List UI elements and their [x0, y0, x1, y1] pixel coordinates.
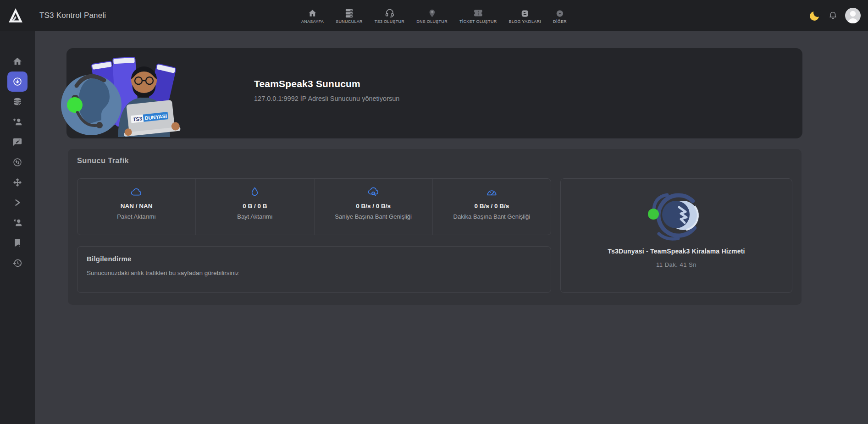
sidebar-item-home[interactable]	[0, 51, 35, 72]
brand-divider	[25, 7, 25, 24]
cloud-search-icon	[367, 186, 380, 198]
swap-vertical-circle-icon	[12, 157, 22, 167]
stat-value: 0 B/s / 0 B/s	[356, 203, 391, 209]
provider-card: Ts3Dunyasi - TeamSpeak3 Kiralama Hizmeti…	[560, 178, 792, 293]
arrow-down-circle-icon	[12, 77, 22, 87]
main-content: TS3 DUNYASI	[35, 31, 868, 424]
top-actions	[809, 0, 861, 31]
notifications-button[interactable]	[828, 11, 838, 21]
nav-item-blog-yazilari[interactable]: BLOG YAZILARI	[509, 8, 542, 24]
headset-icon	[385, 8, 394, 18]
bell-icon	[828, 11, 838, 21]
provider-uptime: 11 Dak. 41 Sn	[656, 261, 697, 268]
account-plus-icon	[12, 117, 22, 127]
stat-label: Paket Aktarımı	[117, 213, 156, 220]
traffic-stats-card: NAN / NAN Paket Aktarımı 0 B / 0 B Bayt …	[77, 178, 551, 235]
stat-value: NAN / NAN	[121, 203, 153, 209]
nav-item-dns-olustur[interactable]: DNS OLUŞTUR	[416, 8, 448, 24]
sidebar-item-chevron[interactable]	[0, 193, 35, 213]
triangle-logo-icon	[8, 8, 23, 23]
blogger-icon	[520, 8, 529, 18]
laptop-label-ts3: TS3	[133, 116, 142, 122]
stat-label: Bayt Aktarımı	[237, 213, 272, 220]
chevron-down-circle-icon	[556, 8, 564, 18]
server-subtitle: 127.0.0.1:9992 İP Adresli Sunucunu yönet…	[254, 95, 399, 102]
nav-item-ts3-olustur[interactable]: TS3 OLUŞTUR	[375, 8, 404, 24]
stat-packet-transfer: NAN / NAN Paket Aktarımı	[77, 179, 195, 235]
stat-byte-transfer: 0 B / 0 B Bayt Aktarımı	[195, 179, 314, 235]
stat-label: Saniye Başına Bant Genişliği	[335, 213, 412, 220]
top-bar: TS3 Kontrol Paneli ANASAYFA SUNUCULAR TS…	[0, 0, 868, 31]
traffic-panel: Sunucu Trafik NAN / NAN Paket Aktarımı 0…	[68, 149, 802, 305]
sidebar-item-message-edit[interactable]	[0, 132, 35, 152]
chevron-swoosh-icon	[12, 198, 22, 208]
stat-value: 0 B / 0 B	[243, 203, 267, 209]
stat-bandwidth-minute: 0 B/s / 0 B/s Dakika Başına Bant Genişli…	[432, 179, 551, 235]
sidebar-item-remove-user[interactable]	[0, 213, 35, 233]
person-silhouette-icon	[845, 8, 861, 23]
top-nav: ANASAYFA SUNUCULAR TS3 OLUŞTUR DNS OLUŞT…	[301, 0, 567, 31]
sidebar-item-add-user[interactable]	[0, 112, 35, 132]
home-icon	[12, 56, 22, 66]
app-title: TS3 Kontrol Paneli	[39, 0, 106, 31]
home-icon	[308, 8, 317, 18]
server-title: TeamSpeak3 Sunucum	[254, 78, 399, 89]
cloud-icon	[130, 186, 143, 198]
welcome-text: TeamSpeak3 Sunucum 127.0.0.1:9992 İP Adr…	[254, 78, 399, 102]
brand	[8, 0, 23, 31]
database-edit-icon	[12, 97, 22, 107]
info-text: Sunucunuzdaki anlık trafikleri bu sayfad…	[87, 270, 542, 276]
sidebar-item-database-edit[interactable]	[0, 92, 35, 112]
nav-item-diger[interactable]: DİĞER	[553, 8, 567, 24]
sidebar-item-swap-vertical[interactable]	[0, 152, 35, 172]
stat-label: Dakika Başına Bant Genişliği	[453, 213, 531, 220]
water-drop-icon	[249, 186, 261, 198]
sidebar-item-downloads-active[interactable]	[0, 72, 35, 92]
sidebar	[0, 31, 35, 424]
welcome-card: TS3 DUNYASI	[66, 48, 802, 138]
ticket-icon	[473, 8, 483, 18]
sidebar-item-bookmark-plus[interactable]	[0, 233, 35, 253]
user-avatar[interactable]	[845, 8, 861, 23]
sidebar-item-history[interactable]	[0, 253, 35, 273]
server-stack-icon	[344, 8, 354, 18]
provider-name: Ts3Dunyasi - TeamSpeak3 Kiralama Hizmeti	[608, 248, 745, 255]
ts3dunyasi-logo	[640, 189, 713, 245]
history-icon	[12, 258, 22, 268]
message-edit-icon	[12, 137, 22, 147]
traffic-section-title: Sunucu Trafik	[77, 156, 129, 165]
theme-toggle-button[interactable]	[809, 10, 821, 22]
nav-item-sunucular[interactable]: SUNUCULAR	[336, 8, 363, 24]
cursor-move-icon	[12, 177, 22, 187]
info-card: Bilgilendirme Sunucunuzdaki anlık trafik…	[77, 246, 551, 293]
nav-item-ticket-olustur[interactable]: TİCKET OLUŞTUR	[459, 8, 497, 24]
ts3-control-panel: TS3 Kontrol Paneli ANASAYFA SUNUCULAR TS…	[0, 0, 868, 424]
bookmark-plus-icon	[12, 238, 22, 248]
info-title: Bilgilendirme	[87, 255, 542, 263]
gauge-icon	[486, 186, 498, 198]
nav-item-anasayfa[interactable]: ANASAYFA	[301, 8, 324, 24]
map-marker-plus-icon	[427, 8, 437, 18]
stat-bandwidth-second: 0 B/s / 0 B/s Saniye Başına Bant Genişli…	[314, 179, 432, 235]
sidebar-item-move[interactable]	[0, 172, 35, 193]
stat-value: 0 B/s / 0 B/s	[474, 203, 509, 209]
support-illustration: TS3 DUNYASI	[59, 51, 198, 137]
moon-icon	[809, 10, 821, 22]
account-remove-icon	[12, 218, 22, 228]
